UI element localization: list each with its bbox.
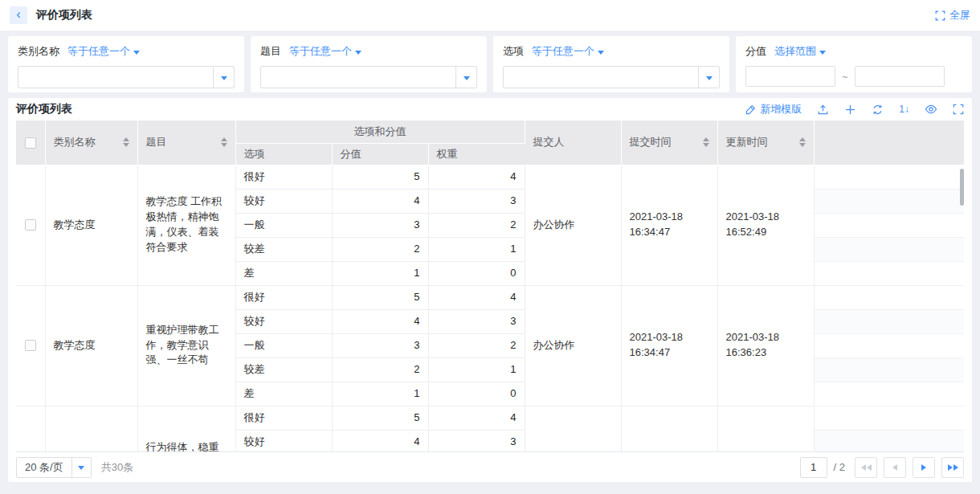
empty-cell (814, 309, 964, 333)
empty-cell (814, 285, 964, 309)
chevron-down-icon (463, 76, 470, 80)
weight-cell: 0 (428, 382, 525, 406)
weight-cell: 3 (428, 309, 525, 333)
page-title: 评价项列表 (36, 8, 92, 22)
back-button[interactable]: ‹ (10, 6, 27, 24)
add-icon[interactable] (844, 104, 856, 116)
row-checkbox[interactable] (25, 219, 36, 231)
column-visibility-eye-icon[interactable] (925, 103, 937, 116)
score-min-input[interactable] (745, 66, 835, 87)
top-bar: ‹ 评价项列表 全屏 (0, 0, 980, 31)
sort-icon[interactable] (123, 137, 129, 147)
refresh-icon[interactable] (872, 104, 884, 116)
column-header-update-time[interactable]: 更新时间 (717, 120, 814, 165)
weight-cell: 3 (428, 189, 525, 213)
question-cell: 重视护理带教工作，教学意识强、一丝不苟 (137, 285, 235, 406)
weight-cell: 1 (428, 357, 525, 382)
option-cell: 较差 (235, 357, 332, 382)
column-header-submitter: 提交人 (525, 120, 621, 165)
table-footer: 20 条/页 共30条 / 2 (16, 451, 964, 482)
select-arrow[interactable] (698, 67, 719, 88)
new-template-button[interactable]: 新增模版 (745, 102, 802, 116)
prev-page-button[interactable] (884, 457, 906, 478)
option-filter-select[interactable] (503, 66, 720, 88)
empty-cell (814, 357, 964, 382)
empty-cell (814, 430, 964, 451)
vertical-scrollbar-thumb[interactable] (960, 169, 964, 206)
total-count-label: 共30条 (101, 460, 133, 475)
row-checkbox-cell (16, 165, 45, 285)
sort-icon[interactable] (221, 137, 227, 147)
submitter-cell (525, 406, 621, 451)
page-total-label: / 2 (834, 461, 845, 473)
select-all-checkbox[interactable] (25, 137, 36, 149)
filter-card-option: 选项 等于任意一个 (493, 36, 729, 92)
score-max-input[interactable] (855, 66, 945, 87)
chevron-down-icon (819, 51, 826, 55)
filter-operator-link[interactable]: 等于任意一个 (532, 44, 604, 59)
category-cell (45, 406, 137, 451)
option-cell: 很好 (235, 165, 332, 189)
panel-title: 评价项列表 (16, 102, 72, 116)
select-arrow[interactable] (455, 67, 476, 88)
column-header-weight: 权重 (428, 143, 525, 165)
score-cell: 5 (332, 406, 428, 430)
score-cell: 2 (332, 357, 428, 382)
category-cell: 教学态度 (45, 165, 137, 285)
double-right-arrow-icon (948, 464, 958, 471)
empty-cell (814, 165, 964, 189)
weight-cell: 4 (428, 285, 525, 309)
evaluation-table: 类别名称 题目 选项和分值 提交人 提交时间 更新时间 (16, 120, 964, 451)
filter-operator-link[interactable]: 选择范围 (774, 44, 826, 59)
column-header-question[interactable]: 题目 (137, 120, 235, 165)
last-page-button[interactable] (941, 457, 964, 478)
right-arrow-icon (921, 464, 926, 471)
filter-label: 题目 (260, 44, 281, 59)
column-header-option: 选项 (235, 143, 332, 165)
row-height-icon[interactable]: 1↓ (899, 104, 909, 115)
edit-pencil-icon (745, 104, 757, 116)
weight-cell: 0 (428, 261, 525, 285)
table-container: 类别名称 题目 选项和分值 提交人 提交时间 更新时间 (16, 120, 964, 451)
chevron-down-icon (78, 466, 84, 470)
chevron-down-icon (221, 76, 227, 80)
empty-cell (814, 382, 964, 406)
page-fullscreen-button[interactable]: 全屏 (935, 8, 970, 22)
filter-operator-link[interactable]: 等于任意一个 (289, 44, 361, 59)
sort-icon[interactable] (799, 137, 806, 147)
page-size-select[interactable]: 20 条/页 (16, 457, 92, 478)
column-group-options-scores: 选项和分值 (235, 120, 525, 143)
sort-icon[interactable] (703, 137, 709, 147)
first-page-button[interactable] (855, 457, 877, 478)
select-arrow[interactable] (213, 67, 234, 88)
next-page-button[interactable] (913, 457, 935, 478)
score-cell: 1 (332, 382, 428, 406)
update-time-cell: 2021-03-18 16:52:49 (717, 165, 814, 285)
row-checkbox[interactable] (25, 340, 36, 351)
table-header: 类别名称 题目 选项和分值 提交人 提交时间 更新时间 (16, 120, 964, 165)
double-left-arrow-icon (861, 464, 872, 471)
question-filter-select[interactable] (260, 66, 477, 88)
column-header-empty (814, 120, 964, 165)
filter-operator-link[interactable]: 等于任意一个 (67, 44, 140, 59)
table-body: 教学态度教学态度 工作积极热情，精神饱满，仪表、着装符合要求很好54办公协作20… (16, 165, 964, 451)
chevron-down-icon (598, 51, 604, 55)
option-cell: 很好 (235, 285, 332, 309)
current-page-input[interactable] (800, 457, 827, 478)
option-cell: 较好 (235, 189, 332, 213)
table-fullscreen-icon[interactable] (953, 104, 964, 115)
option-cell: 很好 (235, 406, 332, 430)
score-cell: 3 (332, 213, 428, 237)
filter-bar: 类别名称 等于任意一个 题目 等于任意一个 选项 等于任意一个 (8, 36, 972, 92)
empty-cell (814, 213, 964, 237)
list-panel: 评价项列表 新增模版 1↓ (8, 98, 972, 482)
column-header-submit-time[interactable]: 提交时间 (621, 120, 717, 165)
table-row: 行为得体，稳重大方很好54 (16, 406, 964, 430)
category-filter-select[interactable] (18, 66, 235, 88)
column-header-category[interactable]: 类别名称 (45, 120, 137, 165)
select-arrow[interactable] (71, 458, 91, 477)
row-checkbox-cell (16, 285, 45, 406)
range-separator: ~ (842, 71, 848, 83)
export-icon[interactable] (817, 104, 829, 116)
empty-cell (814, 333, 964, 357)
